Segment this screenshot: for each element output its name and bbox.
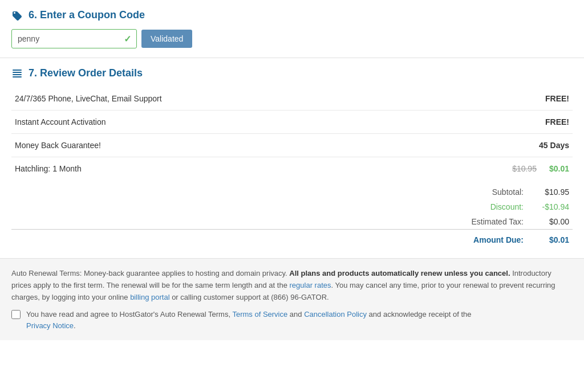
cancellation-policy-link[interactable]: Cancellation Policy — [304, 310, 367, 318]
terms-checkbox-row: You have read and agree to HostGator's A… — [11, 309, 573, 331]
list-icon — [11, 68, 23, 79]
order-details-heading: 7. Review Order Details — [29, 67, 143, 79]
section-coupon-title: 6. Enter a Coupon Code — [11, 9, 573, 21]
svg-rect-2 — [13, 74, 22, 75]
original-price: $10.95 — [512, 164, 537, 173]
item-name-guarantee: Money Back Guarantee! — [11, 134, 408, 157]
coupon-input-row: ✓ Validated — [11, 29, 573, 48]
terms-label: You have read and agree to HostGator's A… — [26, 309, 472, 331]
amount-due-value: $0.01 — [527, 230, 573, 248]
item-value-hatchling: $10.95 $0.01 — [408, 157, 573, 181]
discount-row: Discount: -$10.94 — [11, 199, 573, 214]
coupon-input-wrapper: ✓ — [11, 29, 137, 48]
subtotal-label: Subtotal: — [348, 185, 527, 199]
auto-renewal-text: Auto Renewal Terms: Money-back guarantee… — [11, 268, 573, 303]
svg-rect-3 — [13, 76, 22, 77]
tax-label: Estimated Tax: — [348, 214, 527, 230]
coupon-input[interactable] — [11, 29, 137, 48]
amount-due-label: Amount Due: — [348, 230, 527, 248]
auto-renewal-bold: All plans and products automatically ren… — [289, 269, 510, 277]
svg-rect-1 — [13, 72, 22, 73]
order-items-table: 24/7/365 Phone, LiveChat, Email Support … — [11, 87, 573, 180]
terms-checkbox[interactable] — [11, 310, 21, 319]
item-name-support: 24/7/365 Phone, LiveChat, Email Support — [11, 87, 408, 111]
section-order-details: 7. Review Order Details 24/7/365 Phone, … — [0, 58, 584, 180]
privacy-notice-link[interactable]: Privacy Notice — [26, 321, 74, 330]
discounted-price: $0.01 — [549, 164, 569, 173]
table-row: 24/7/365 Phone, LiveChat, Email Support … — [11, 87, 573, 111]
order-summary: Subtotal: $10.95 Discount: -$10.94 Estim… — [0, 180, 584, 252]
item-value-activation: FREE! — [408, 111, 573, 134]
regular-rates-link[interactable]: regular rates — [290, 281, 331, 289]
auto-renewal-section: Auto Renewal Terms: Money-back guarantee… — [0, 258, 584, 340]
item-name-hatchling: Hatchling: 1 Month — [11, 157, 408, 181]
tag-icon — [11, 10, 23, 21]
discount-value: -$10.94 — [527, 199, 573, 214]
svg-rect-0 — [13, 70, 22, 71]
discount-label: Discount: — [348, 199, 527, 214]
check-icon: ✓ — [124, 34, 131, 44]
table-row: Hatchling: 1 Month $10.95 $0.01 — [11, 157, 573, 181]
amount-due-row: Amount Due: $0.01 — [11, 230, 573, 248]
item-value-support: FREE! — [408, 87, 573, 111]
subtotal-row: Subtotal: $10.95 — [11, 185, 573, 199]
tax-value: $0.00 — [527, 214, 573, 230]
terms-of-service-link[interactable]: Terms of Service — [232, 310, 287, 318]
auto-renewal-text-4: or calling customer support at (866) 96-… — [170, 293, 329, 301]
section-coupon: 6. Enter a Coupon Code ✓ Validated — [0, 0, 584, 58]
item-name-activation: Instant Account Activation — [11, 111, 408, 134]
coupon-section-heading: 6. Enter a Coupon Code — [29, 9, 145, 21]
validated-button[interactable]: Validated — [141, 30, 192, 48]
table-row: Instant Account Activation FREE! — [11, 111, 573, 134]
subtotal-value: $10.95 — [527, 185, 573, 199]
summary-table: Subtotal: $10.95 Discount: -$10.94 Estim… — [11, 185, 573, 248]
item-value-guarantee: 45 Days — [408, 134, 573, 157]
billing-portal-link[interactable]: billing portal — [130, 293, 169, 301]
table-row: Money Back Guarantee! 45 Days — [11, 134, 573, 157]
auto-renewal-text-1: Auto Renewal Terms: Money-back guarantee… — [11, 269, 289, 277]
section-order-title: 7. Review Order Details — [11, 67, 573, 79]
tax-row: Estimated Tax: $0.00 — [11, 214, 573, 230]
